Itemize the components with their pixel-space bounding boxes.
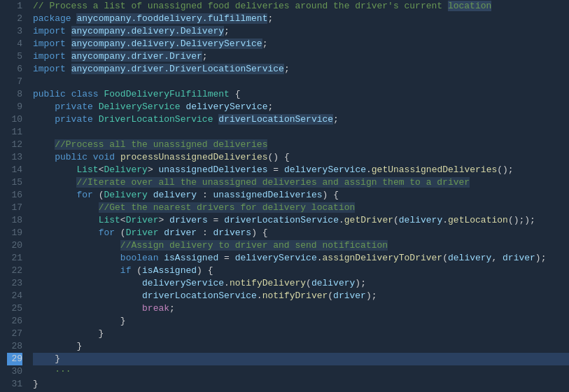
code-line-8: public class FoodDeliveryFulfillment { <box>33 88 569 101</box>
code-line-15: //Iterate over all the unassigned delive… <box>33 176 569 189</box>
line-num-30: 30 <box>7 365 22 378</box>
code-line-27: } <box>33 328 569 340</box>
code-line-12: //Process all the unassigned deliveries <box>33 139 569 151</box>
line-num-6: 6 <box>7 63 22 76</box>
code-line-13: public void processUnassignedDeliveries(… <box>33 151 569 164</box>
line-num-24: 24 <box>7 290 22 302</box>
line-num-25: 25 <box>7 302 22 315</box>
code-line-4: import anycompany.delivery.DeliveryServi… <box>33 38 569 50</box>
line-num-28: 28 <box>7 340 22 353</box>
line-num-26: 26 <box>7 315 22 328</box>
code-line-7 <box>33 76 569 88</box>
code-line-22: if (isAssigned) { <box>33 265 569 277</box>
code-line-9: private DeliveryService deliveryService; <box>33 101 569 113</box>
line-num-9: 9 <box>7 101 22 113</box>
line-num-5: 5 <box>7 50 22 63</box>
line-num-14: 14 <box>7 164 22 176</box>
code-line-26: } <box>33 315 569 328</box>
line-num-22: 22 <box>7 265 22 277</box>
line-num-29: 29 <box>7 353 22 365</box>
line-num-21: 21 <box>7 252 22 265</box>
code-line-3: import anycompany.delivery.Delivery; <box>33 25 569 38</box>
code-line-11 <box>33 126 569 139</box>
line-num-31: 31 <box>7 378 22 391</box>
line-num-17: 17 <box>7 202 22 214</box>
code-line-17: //Get the nearest drivers for delivery l… <box>33 202 569 214</box>
code-line-1: // Process a list of unassigned food del… <box>33 0 569 13</box>
code-line-10: private DriverLocationService driverLoca… <box>33 113 569 126</box>
line-num-18: 18 <box>7 214 22 227</box>
line-num-27: 27 <box>7 328 22 340</box>
code-editor: 1 2 3 4 5 6 7 8 9 10 11 12 13 14 15 16 1… <box>0 0 569 392</box>
code-line-29: } <box>33 353 569 365</box>
code-lines: // Process a list of unassigned food del… <box>29 0 569 392</box>
code-line-25: break; <box>33 302 569 315</box>
code-line-31: } <box>33 378 569 391</box>
code-line-30: ··· <box>33 365 569 378</box>
code-line-28: } <box>33 340 569 353</box>
line-num-19: 19 <box>7 227 22 239</box>
code-line-16: for (Delivery delivery : unassignedDeliv… <box>33 189 569 202</box>
code-line-24: driverLocationService.notifyDriver(drive… <box>33 290 569 302</box>
line-num-16: 16 <box>7 189 22 202</box>
line-num-12: 12 <box>7 139 22 151</box>
code-line-6: import anycompany.driver.DriverLocationS… <box>33 63 569 76</box>
code-line-20: //Assign delivery to driver and send not… <box>33 239 569 252</box>
code-line-19: for (Driver driver : drivers) { <box>33 227 569 239</box>
line-num-23: 23 <box>7 277 22 290</box>
line-num-3: 3 <box>7 25 22 38</box>
line-num-15: 15 <box>7 176 22 189</box>
line-num-8: 8 <box>7 88 22 101</box>
line-num-4: 4 <box>7 38 22 50</box>
code-line-2: package anycompany.fooddelivery.fulfillm… <box>33 13 569 25</box>
line-numbers: 1 2 3 4 5 6 7 8 9 10 11 12 13 14 15 16 1… <box>0 0 29 392</box>
line-num-20: 20 <box>7 239 22 252</box>
code-line-23: deliveryService.notifyDelivery(delivery)… <box>33 277 569 290</box>
line-num-13: 13 <box>7 151 22 164</box>
code-line-5: import anycompany.driver.Driver; <box>33 50 569 63</box>
line-num-7: 7 <box>7 76 22 88</box>
line-num-11: 11 <box>7 126 22 139</box>
code-line-21: boolean isAssigned = deliveryService.ass… <box>33 252 569 265</box>
line-num-10: 10 <box>7 113 22 126</box>
line-num-2: 2 <box>7 13 22 25</box>
code-line-14: List<Delivery> unassignedDeliveries = de… <box>33 164 569 176</box>
line-num-1: 1 <box>7 0 22 13</box>
code-line-18: List<Driver> drivers = driverLocationSer… <box>33 214 569 227</box>
